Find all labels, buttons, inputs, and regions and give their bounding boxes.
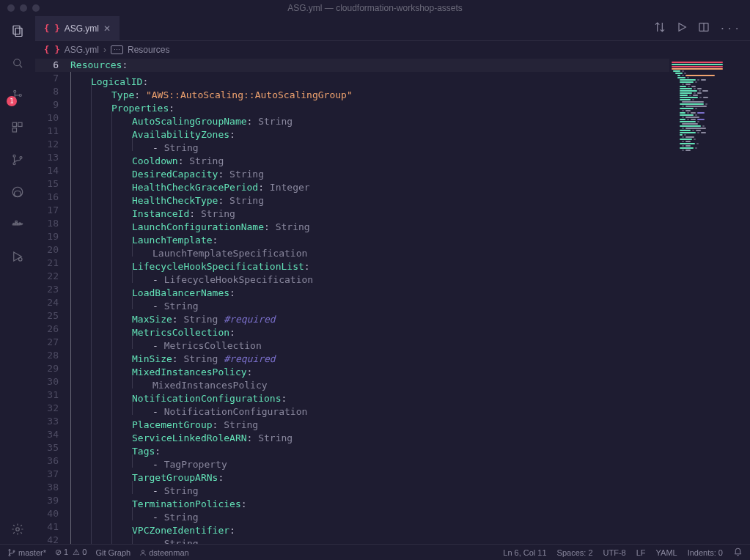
code-line[interactable]: 11AvailabilityZones: xyxy=(35,125,750,138)
svg-point-10 xyxy=(13,155,15,157)
code-line[interactable]: 13Cooldown: String xyxy=(35,151,750,164)
status-eol[interactable]: LF xyxy=(636,548,646,557)
code-line[interactable]: 8Type: "AWS::AutoScaling::AutoScalingGro… xyxy=(35,85,750,98)
run-debug-icon[interactable] xyxy=(9,248,26,265)
svg-point-18 xyxy=(19,258,23,262)
code-line[interactable]: 15HealthCheckGracePeriod: Integer xyxy=(35,177,750,191)
code-line[interactable]: 40- String xyxy=(35,507,750,520)
svg-rect-17 xyxy=(15,221,17,223)
explorer-icon[interactable] xyxy=(9,22,26,40)
svg-point-25 xyxy=(141,550,144,552)
search-icon[interactable] xyxy=(9,54,26,72)
svg-rect-0 xyxy=(13,26,20,34)
code-line[interactable]: 19LaunchTemplate: xyxy=(35,230,750,243)
bell-icon[interactable] xyxy=(733,547,743,558)
run-icon[interactable] xyxy=(676,21,688,35)
code-line[interactable]: 18LaunchConfigurationName: String xyxy=(35,217,750,230)
traffic-lights[interactable] xyxy=(7,4,40,12)
more-icon[interactable]: ··· xyxy=(720,23,741,34)
code-line[interactable]: 32- NotificationConfiguration xyxy=(35,402,750,415)
svg-point-11 xyxy=(13,163,15,165)
svg-rect-1 xyxy=(15,28,22,36)
code-line[interactable]: 33PlacementGroup: String xyxy=(35,415,750,428)
svg-rect-8 xyxy=(18,122,22,126)
code-line[interactable]: 23LoadBalancerNames: xyxy=(35,283,750,296)
tab-asg-yml[interactable]: { } ASG.yml ✕ xyxy=(35,16,120,40)
yaml-file-icon: { } xyxy=(44,23,60,34)
svg-point-4 xyxy=(14,90,16,92)
status-encoding[interactable]: UTF-8 xyxy=(603,548,626,557)
code-line[interactable]: 14DesiredCapacity: String xyxy=(35,164,750,177)
code-line[interactable]: 20LaunchTemplateSpecification xyxy=(35,243,750,257)
close-icon[interactable]: ✕ xyxy=(103,23,111,34)
code-line[interactable]: 25MaxSize: String #required xyxy=(35,309,750,323)
code-line[interactable]: 39TerminationPolicies: xyxy=(35,494,750,507)
scm-badge: 1 xyxy=(7,96,17,106)
code-line[interactable]: 28MinSize: String #required xyxy=(35,349,750,362)
breadcrumb-symbol: Resources xyxy=(128,45,169,55)
svg-point-22 xyxy=(9,549,10,550)
code-line[interactable]: 29MixedInstancesPolicy: xyxy=(35,362,750,375)
status-problems[interactable]: ⊘ 1 ⚠ 0 xyxy=(55,548,87,557)
tab-bar: { } ASG.yml ✕ ··· xyxy=(35,16,750,41)
symbol-icon: ⋯ xyxy=(111,45,123,54)
compare-icon[interactable] xyxy=(654,21,666,35)
breadcrumb[interactable]: { } ASG.yml › ⋯ Resources xyxy=(35,41,750,59)
split-editor-icon[interactable] xyxy=(698,21,710,35)
breadcrumb-file: ASG.yml xyxy=(65,45,99,55)
svg-point-24 xyxy=(13,550,15,552)
status-language[interactable]: YAML xyxy=(656,548,677,557)
window-title: ASG.yml — cloudformation-workshop-assets xyxy=(287,3,463,13)
code-line[interactable]: 30MixedInstancesPolicy xyxy=(35,375,750,388)
svg-rect-7 xyxy=(12,122,16,126)
status-branch[interactable]: master* xyxy=(7,548,46,557)
github-icon[interactable] xyxy=(9,183,26,201)
code-line[interactable]: 12- String xyxy=(35,138,750,151)
svg-rect-9 xyxy=(12,128,16,132)
code-editor[interactable]: 6Resources:7LogicalID:8Type: "AWS::AutoS… xyxy=(35,59,750,544)
yaml-file-icon: { } xyxy=(44,45,60,55)
chevron-right-icon: › xyxy=(103,45,106,55)
activity-bar: 1 xyxy=(0,16,35,544)
code-line[interactable]: 42- String xyxy=(35,534,750,544)
svg-point-23 xyxy=(9,554,10,556)
code-line[interactable]: 16HealthCheckType: String xyxy=(35,191,750,204)
status-gitgraph[interactable]: Git Graph xyxy=(95,548,130,557)
status-position[interactable]: Ln 6, Col 11 xyxy=(503,548,546,557)
settings-icon[interactable] xyxy=(9,520,26,538)
code-line[interactable]: 6Resources: xyxy=(35,59,750,72)
code-line[interactable]: 22- LifecycleHookSpecification xyxy=(35,270,750,283)
code-line[interactable]: 24- String xyxy=(35,296,750,309)
code-line[interactable]: 21LifecycleHookSpecificationList: xyxy=(35,257,750,270)
code-line[interactable]: 37TargetGroupARNs: xyxy=(35,468,750,481)
svg-line-3 xyxy=(20,65,22,67)
docker-icon[interactable] xyxy=(9,215,26,233)
extensions-icon[interactable] xyxy=(9,119,26,136)
status-bar: master* ⊘ 1 ⚠ 0 Git Graph dsteenman Ln 6… xyxy=(0,544,750,560)
svg-point-2 xyxy=(14,59,21,66)
code-line[interactable]: 9Properties: xyxy=(35,98,750,111)
svg-point-19 xyxy=(16,528,20,531)
code-line[interactable]: 7LogicalID: xyxy=(35,72,750,85)
code-line[interactable]: 26MetricsCollection: xyxy=(35,323,750,336)
status-user[interactable]: dsteenman xyxy=(139,548,189,557)
svg-point-6 xyxy=(19,95,21,97)
status-indents[interactable]: Indents: 0 xyxy=(688,548,723,557)
code-line[interactable]: 36- TagProperty xyxy=(35,454,750,468)
git-branch-icon[interactable] xyxy=(9,151,26,169)
code-line[interactable]: 31NotificationConfigurations: xyxy=(35,388,750,402)
window-titlebar: ASG.yml — cloudformation-workshop-assets xyxy=(0,0,750,16)
code-line[interactable]: 38- String xyxy=(35,481,750,494)
code-line[interactable]: 35Tags: xyxy=(35,441,750,454)
code-line[interactable]: 17InstanceId: String xyxy=(35,204,750,217)
source-control-icon[interactable]: 1 xyxy=(9,86,26,104)
code-line[interactable]: 27- MetricsCollection xyxy=(35,336,750,349)
code-line[interactable]: 34ServiceLinkedRoleARN: String xyxy=(35,428,750,441)
code-line[interactable]: 10AutoScalingGroupName: String xyxy=(35,111,750,125)
code-line[interactable]: 41VPCZoneIdentifier: xyxy=(35,520,750,534)
minimap[interactable] xyxy=(669,59,750,544)
svg-point-12 xyxy=(20,157,22,159)
tab-label: ASG.yml xyxy=(65,23,99,34)
status-spaces[interactable]: Spaces: 2 xyxy=(557,548,593,557)
